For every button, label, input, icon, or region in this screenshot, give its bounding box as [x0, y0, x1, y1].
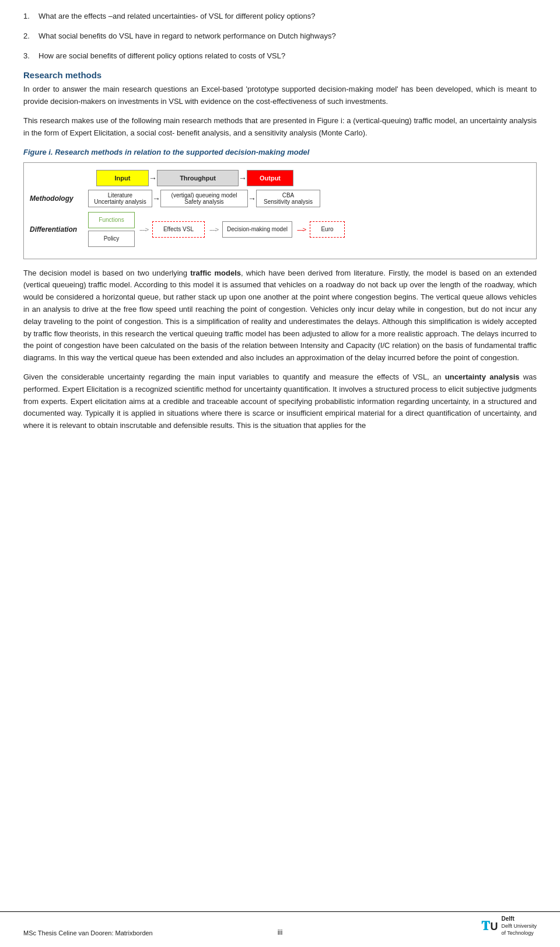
traffic-model-paragraph: The decision model is based on two under…: [23, 267, 537, 364]
decision-model-box: Decision-making model: [222, 221, 292, 238]
intro-paragraph: In order to answer the main research que…: [23, 83, 537, 108]
research-methods-diagram: Input → Throughput → Output Methodology …: [23, 162, 537, 259]
page-number: iii: [278, 928, 283, 936]
tu-delft-text: DelftDelft Universityof Technology: [501, 915, 537, 936]
footer-thesis-title: MSc Thesis Celine van Dooren: Matrixbord…: [23, 929, 153, 936]
methodology-col2: (vertigal) queueing modelSafety analysis: [160, 190, 248, 207]
q3-text: How are social benefits of different pol…: [38, 50, 285, 62]
question-2: 2. What social benefits do VSL have in r…: [23, 30, 537, 42]
uncertainty-bold: uncertainty analysis: [445, 372, 520, 381]
q3-number: 3.: [23, 50, 34, 62]
figure-caption: Figure i. Research methods in relation t…: [23, 148, 537, 156]
uncertainty-paragraph: Given the considerable uncertainty regar…: [23, 371, 537, 432]
question-3: 3. How are social benefits of different …: [23, 50, 537, 62]
functions-box: Functions: [88, 212, 135, 228]
footer-logo: 𝐓U DelftDelft Universityof Technology: [481, 915, 537, 936]
methodology-label: Methodology: [30, 194, 88, 203]
methodology-col3: CBASensitivity analysis: [256, 190, 320, 207]
q1-number: 1.: [23, 11, 34, 22]
q1-text: What are the effects –and related uncert…: [38, 11, 316, 22]
methodology-col1: LiteratureUncertainty analysis: [88, 190, 152, 207]
differentiation-label: Differentiation: [30, 225, 88, 234]
differentiation-row: Differentiation Functions Policy - - - -…: [30, 212, 530, 247]
q2-text: What social benefits do VSL have in rega…: [38, 30, 336, 42]
effects-vsl-box: Effects VSL: [152, 221, 205, 238]
diagram-header-row: Input → Throughput → Output: [30, 170, 530, 186]
traffic-models-bold: traffic models: [190, 269, 241, 277]
research-methods-heading: Research methods: [23, 70, 537, 80]
input-box: Input: [96, 170, 149, 186]
policy-box: Policy: [88, 231, 135, 247]
tu-delft-logo: 𝐓U: [481, 918, 498, 934]
euro-box: Euro: [310, 221, 345, 238]
methodology-row: Methodology LiteratureUncertainty analys…: [30, 190, 530, 207]
question-1: 1. What are the effects –and related unc…: [23, 11, 537, 22]
methods-paragraph: This research makes use of the following…: [23, 115, 537, 140]
page-footer: MSc Thesis Celine van Dooren: Matrixbord…: [0, 911, 560, 936]
throughput-box: Throughput: [157, 170, 239, 186]
q2-number: 2.: [23, 30, 34, 42]
research-methods-section: Research methods In order to answer the …: [23, 70, 537, 139]
output-box: Output: [247, 170, 293, 186]
